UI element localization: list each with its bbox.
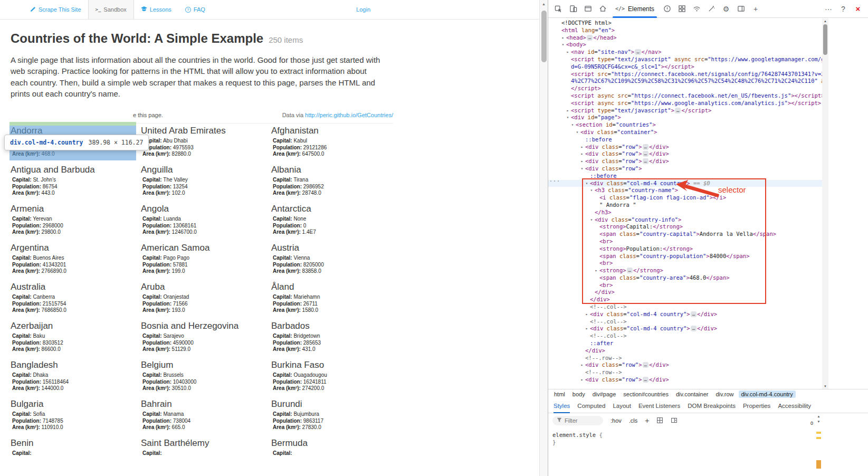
dom-tree-node[interactable]: ▾<section id="countries">	[548, 121, 822, 129]
dom-tree-node[interactable]: ▸<div class="col-md-4 country">…</div>	[548, 311, 822, 318]
scroll-down-arrow-icon[interactable]: ▼	[822, 385, 828, 388]
dom-tree-node[interactable]: </div>	[548, 347, 822, 355]
expand-arrow-icon[interactable]: ▸	[579, 150, 585, 158]
collapse-arrow-icon[interactable]: ▾	[589, 187, 594, 194]
tab-elements[interactable]: </> Elements	[611, 0, 659, 18]
dom-tree-node[interactable]: </h3>	[548, 209, 822, 216]
dom-tree-node[interactable]: <script type="text/javascript" async src…	[548, 56, 822, 63]
dom-tree-scrollbar[interactable]: ▲ ▼	[822, 18, 828, 389]
nav-brand[interactable]: Scrape This Site	[23, 0, 88, 19]
expand-arrow-icon[interactable]: ▸	[565, 49, 570, 56]
collapse-arrow-icon[interactable]: ▾	[579, 165, 585, 173]
breadcrumb-item[interactable]: body	[570, 391, 588, 398]
dom-tree-node[interactable]: <html lang="en">	[548, 27, 822, 34]
filter-input[interactable]	[565, 417, 598, 424]
nav-tab-sandbox[interactable]: >_ Sandbox	[88, 0, 134, 19]
dom-tree-node[interactable]: </script>	[548, 85, 822, 92]
node-options-ellipsis[interactable]: ···	[549, 178, 560, 184]
dom-tree-node[interactable]: ▾<div class="container">	[548, 129, 822, 136]
dom-tree-node[interactable]: ▸<nav id="site-nav">…</nav>	[548, 49, 822, 56]
dom-tree-node[interactable]: ▸<head>…</head>	[548, 34, 822, 42]
dom-tree-node[interactable]: ::before	[548, 136, 822, 144]
collapse-arrow-icon[interactable]: ▾	[589, 216, 594, 224]
dom-tree-node[interactable]: <script async src="https://www.google-an…	[548, 100, 822, 107]
expand-arrow-icon[interactable]: ▸	[584, 325, 589, 332]
dom-tree-node[interactable]: </div>	[548, 296, 822, 303]
collapse-arrow-icon[interactable]: ▾	[575, 129, 580, 136]
dom-tree-node[interactable]: ::before	[548, 173, 822, 180]
dom-tree-node[interactable]: <script src="https://connect.facebook.ne…	[548, 71, 822, 78]
dom-tree-node[interactable]: <script async src="https://connect.faceb…	[548, 92, 822, 100]
collapse-arrow-icon[interactable]: ▾	[570, 121, 575, 129]
scrollbar-thumb[interactable]	[823, 24, 827, 55]
element-classes-button[interactable]: .cls	[629, 417, 638, 424]
grid-badge-icon[interactable]	[656, 417, 663, 425]
computed-sidebar-icon[interactable]	[671, 417, 678, 425]
issues-icon[interactable]	[660, 2, 674, 16]
breadcrumb-item[interactable]: div#page	[590, 391, 619, 398]
dom-tree-node[interactable]: <!--.row-->	[548, 355, 822, 362]
dom-tree-node[interactable]: <!DOCTYPE html>	[548, 20, 822, 27]
dom-tree-node[interactable]: ▸<div class="row">…</div>	[548, 150, 822, 158]
dom-tree-node[interactable]: ▸<div class="col-md-4 country">…</div>	[548, 325, 822, 332]
scroll-up-arrow-icon[interactable]: ▲	[815, 415, 822, 418]
dom-tree-node[interactable]: ▸<div class="row">…</div>	[548, 376, 822, 384]
dom-tree-node[interactable]: <br>	[548, 238, 822, 245]
data-via-link[interactable]: http://peric.github.io/GetCountries/	[305, 112, 393, 118]
panel-tab-layout[interactable]: Layout	[613, 399, 631, 413]
dom-tree-node[interactable]: <br>	[548, 282, 822, 289]
dom-tree-node[interactable]: <!--.row-->	[548, 369, 822, 376]
home-icon[interactable]	[596, 2, 609, 16]
panel-tab-computed[interactable]: Computed	[577, 399, 605, 413]
dom-tree-node[interactable]: <!--.col-->	[548, 332, 822, 340]
nav-tab-faq[interactable]: ? FAQ	[178, 0, 212, 19]
dom-tree-node[interactable]: ▸<div class="row">…</div>	[548, 361, 822, 369]
element-style-selector[interactable]: element.style	[552, 432, 596, 438]
close-devtools-icon[interactable]: ×	[851, 2, 865, 16]
login-link[interactable]: Login	[356, 0, 382, 19]
browser-tab-icon[interactable]	[581, 2, 595, 16]
page-scrollbar[interactable]: ▲	[539, 0, 548, 476]
add-panel-icon[interactable]: +	[749, 2, 762, 16]
dom-tree-node[interactable]: ::after	[548, 340, 822, 347]
expand-arrow-icon[interactable]: ▸	[579, 144, 585, 151]
dom-tree-node[interactable]: <span class="country-capital">Andorra la…	[548, 231, 822, 238]
expand-arrow-icon[interactable]: ▸	[584, 311, 589, 318]
dom-tree-node[interactable]: ▾<div class="col-md-4 country"> == $0	[548, 180, 822, 187]
dom-tree-node[interactable]: <i class="flag-icon flag-icon-ad"></i>	[548, 194, 822, 202]
device-toolbar-icon[interactable]	[566, 2, 580, 16]
more-options-icon[interactable]: ···	[822, 2, 835, 16]
collapse-arrow-icon[interactable]: ▾	[584, 180, 589, 187]
collapse-arrow-icon[interactable]: ▾	[565, 114, 570, 121]
scroll-down-arrow-icon[interactable]: ▼	[815, 420, 822, 423]
expand-arrow-icon[interactable]: ▸	[594, 267, 599, 274]
dom-tree-node[interactable]: <span class="country-area">468.0</span>	[548, 274, 822, 282]
network-conditions-icon[interactable]	[690, 2, 703, 16]
expand-arrow-icon[interactable]: ▸	[565, 107, 570, 115]
dom-tree-node[interactable]: <!--.col-->	[548, 318, 822, 326]
dom-tree-node[interactable]: </div>	[548, 289, 822, 296]
collapse-arrow-icon[interactable]: ▾	[560, 41, 566, 49]
panel-tab-accessibility[interactable]: Accessibility	[778, 399, 811, 413]
nav-tab-lessons[interactable]: Lessons	[134, 0, 178, 19]
breadcrumb-item[interactable]: div.col-md-4.country	[739, 391, 796, 398]
dom-tree-node[interactable]: <strong>Capital:</strong>	[548, 223, 822, 231]
dom-tree-node[interactable]: " Andorra "	[548, 202, 822, 209]
dock-layout-icon[interactable]	[734, 2, 748, 16]
dom-tree-node[interactable]: 4%2C77%2C67%2C109%2C59%2C58%2C31%2C96%2C…	[548, 78, 822, 85]
dom-tree-node[interactable]: ▾<div class="row">	[548, 165, 822, 173]
dom-tree-node[interactable]: ▸<script type="text/javascript">…</scrip…	[548, 107, 822, 115]
dom-tree-node[interactable]: <span class="country-population">84000</…	[548, 253, 822, 260]
dom-tree-node[interactable]: <br>	[548, 260, 822, 267]
breadcrumb-item[interactable]: html	[551, 391, 568, 398]
breadcrumb-item[interactable]: section#countries	[621, 391, 671, 398]
scroll-up-arrow-icon[interactable]: ▲	[822, 20, 828, 23]
panel-tab-event-listeners[interactable]: Event Listeners	[638, 399, 680, 413]
expand-arrow-icon[interactable]: ▸	[579, 158, 585, 165]
panel-tab-dom-breakpoints[interactable]: DOM Breakpoints	[688, 399, 736, 413]
dom-tree-node[interactable]: ▾<h3 class="country-name">	[548, 187, 822, 194]
expand-arrow-icon[interactable]: ▸	[579, 376, 585, 384]
styles-scrollbar[interactable]: ▲ ▼ 0	[815, 415, 822, 476]
grid-overlay-icon[interactable]	[675, 2, 689, 16]
dom-tree-node[interactable]: ▸<div class="row">…</div>	[548, 158, 822, 165]
